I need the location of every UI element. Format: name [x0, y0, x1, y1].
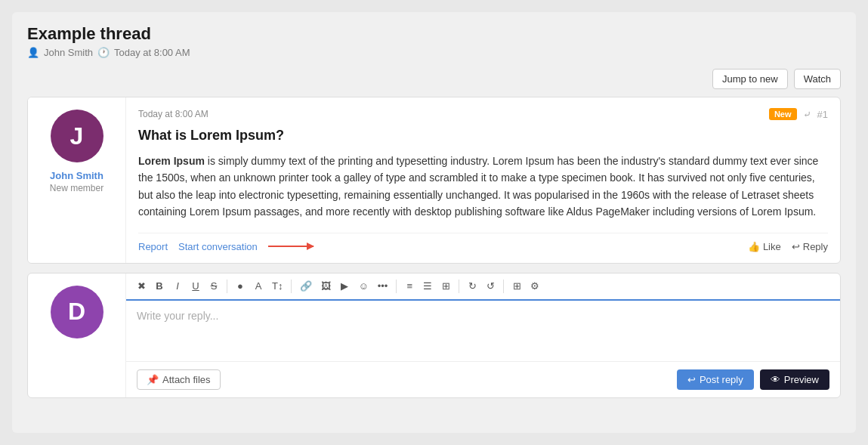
page-title: Example thread [27, 24, 841, 44]
meta-time: Today at 8:00 AM [114, 47, 190, 58]
post-reply-label: Post reply [700, 374, 743, 385]
toolbar-font-size-button[interactable]: T↕ [269, 278, 286, 295]
editor-body[interactable]: Write your reply... [126, 301, 840, 361]
editor-footer: 📌 Attach files ↩ Post reply 👁 Preview [126, 361, 840, 397]
post-body-bold: Lorem Ipsum [138, 155, 205, 167]
footer-right-actions: ↩ Post reply 👁 Preview [677, 369, 829, 390]
start-conversation-link[interactable]: Start conversation [178, 241, 258, 252]
toolbar-strikethrough-button[interactable]: S [206, 278, 221, 295]
page-meta: 👤 John Smith 🕐 Today at 8:00 AM [27, 47, 841, 58]
post-actions-left: Report Start conversation [138, 241, 314, 252]
paperclip-icon: 📌 [147, 374, 159, 385]
attach-files-label: Attach files [162, 374, 211, 385]
preview-label: Preview [784, 374, 819, 385]
post-body: Lorem Ipsum is simply dummy text of the … [138, 153, 828, 221]
toolbar-settings-button[interactable]: ⚙ [527, 278, 542, 295]
preview-icon: 👁 [771, 374, 780, 385]
toolbar-eraser-button[interactable]: ✖ [134, 278, 149, 295]
new-badge: New [769, 108, 797, 120]
toolbar-undo-button[interactable]: ↻ [465, 278, 480, 295]
attach-files-button[interactable]: 📌 Attach files [137, 369, 221, 390]
toolbar-highlight-button[interactable]: ● [233, 278, 248, 295]
toolbar-underline-button[interactable]: U [188, 278, 203, 295]
report-link[interactable]: Report [138, 241, 168, 252]
toolbar-template-button[interactable]: ⊞ [509, 278, 524, 295]
reply-card: D ✖ B I U S ● A T↕ 🔗 🖼 ▶ ☺ ••• ≡ [27, 273, 841, 398]
toolbar-separator-4 [459, 280, 459, 293]
toolbar-emoji-button[interactable]: ☺ [355, 278, 371, 295]
editor-toolbar: ✖ B I U S ● A T↕ 🔗 🖼 ▶ ☺ ••• ≡ ☰ ⊞ [126, 273, 840, 301]
toolbar-link-button[interactable]: 🔗 [297, 278, 315, 295]
toolbar-separator-1 [227, 280, 227, 293]
top-actions-bar: Jump to new Watch [27, 69, 841, 89]
post-actions-row: Report Start conversation 👍 Like ↩ Reply [138, 233, 828, 252]
like-button[interactable]: 👍 Like [748, 241, 781, 252]
toolbar-italic-button[interactable]: I [170, 278, 185, 295]
toolbar-media-button[interactable]: ▶ [337, 278, 352, 295]
post-number: #1 [817, 109, 828, 120]
toolbar-more-button[interactable]: ••• [375, 278, 391, 295]
clock-icon: 🕐 [97, 47, 110, 58]
red-arrow-icon [268, 246, 314, 247]
author-role: New member [50, 183, 103, 193]
post-timestamp: Today at 8:00 AM [138, 109, 209, 119]
post-reply-icon: ↩ [687, 374, 696, 385]
preview-button[interactable]: 👁 Preview [760, 369, 829, 390]
toolbar-align-button[interactable]: ≡ [402, 278, 417, 295]
toolbar-list-button[interactable]: ☰ [420, 278, 435, 295]
like-label: Like [763, 241, 781, 252]
meta-author: John Smith [44, 47, 93, 58]
reply-editor: ✖ B I U S ● A T↕ 🔗 🖼 ▶ ☺ ••• ≡ ☰ ⊞ [126, 273, 840, 397]
post-title: What is Lorem Ipsum? [138, 128, 828, 144]
arrow-indicator [268, 246, 314, 247]
toolbar-table-button[interactable]: ⊞ [438, 278, 453, 295]
watch-button[interactable]: Watch [794, 69, 841, 89]
reply-sidebar: D [28, 273, 126, 397]
toolbar-image-button[interactable]: 🖼 [318, 278, 334, 295]
jump-to-new-button[interactable]: Jump to new [712, 69, 788, 89]
toolbar-redo-button[interactable]: ↺ [483, 278, 498, 295]
toolbar-separator-2 [291, 280, 292, 293]
toolbar-font-color-button[interactable]: A [251, 278, 266, 295]
editor-placeholder: Write your reply... [137, 310, 218, 322]
post-content-area: Today at 8:00 AM New ⤶ #1 What is Lorem … [126, 97, 840, 263]
toolbar-separator-5 [503, 280, 504, 293]
reply-icon: ↩ [792, 241, 800, 252]
avatar: J [51, 110, 103, 162]
toolbar-bold-button[interactable]: B [152, 278, 167, 295]
reply-avatar: D [51, 286, 103, 338]
post-badges: New ⤶ #1 [769, 108, 828, 120]
reply-label: Reply [803, 241, 828, 252]
page-container: Example thread 👤 John Smith 🕐 Today at 8… [12, 12, 856, 433]
toolbar-separator-3 [396, 280, 397, 293]
post-header: Today at 8:00 AM New ⤶ #1 [138, 108, 828, 120]
reply-button[interactable]: ↩ Reply [792, 241, 828, 252]
post-sidebar: J John Smith New member [28, 97, 126, 263]
author-username[interactable]: John Smith [50, 170, 103, 181]
post-card: J John Smith New member Today at 8:00 AM… [27, 97, 841, 264]
post-body-text: is simply dummy text of the printing and… [138, 155, 818, 218]
share-icon[interactable]: ⤶ [803, 109, 811, 120]
post-reply-button[interactable]: ↩ Post reply [677, 369, 754, 390]
user-icon: 👤 [27, 47, 39, 58]
post-actions-right: 👍 Like ↩ Reply [748, 241, 828, 252]
like-icon: 👍 [748, 241, 760, 252]
